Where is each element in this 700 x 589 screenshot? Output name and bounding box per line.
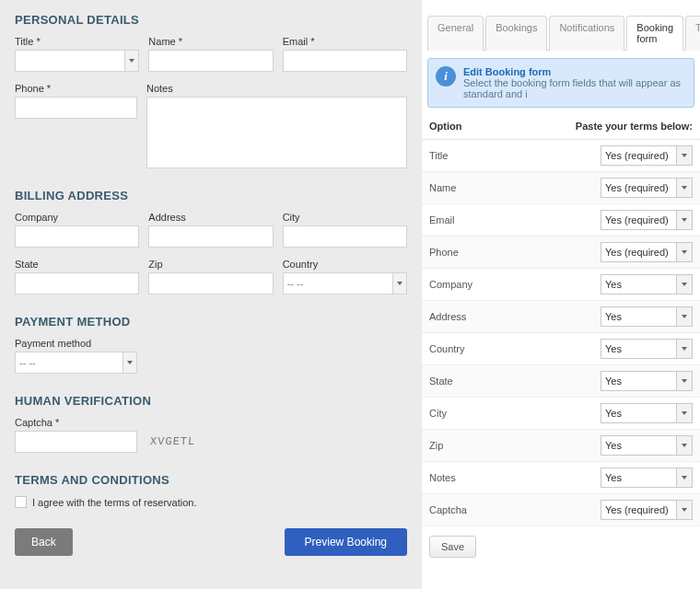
option-row: StateYes: [422, 365, 700, 398]
terms-checkbox[interactable]: [15, 496, 27, 508]
chevron-down-icon: [682, 411, 687, 415]
captcha-input[interactable]: [15, 431, 137, 453]
option-dropdown-button[interactable]: [676, 500, 693, 520]
option-dropdown-button[interactable]: [676, 468, 693, 488]
options-table: TitleYes (required)NameYes (required)Ema…: [422, 140, 700, 526]
option-dropdown-button[interactable]: [676, 242, 693, 262]
chevron-down-icon: [682, 283, 687, 286]
payment-method-dropdown-button[interactable]: [122, 352, 137, 374]
country-dropdown-button[interactable]: [392, 272, 407, 294]
option-dropdown-button[interactable]: [676, 145, 693, 166]
tab-bookings[interactable]: Bookings: [485, 16, 547, 51]
name-label: Name *: [148, 36, 273, 47]
personal-details-section: PERSONAL DETAILS Title * Name * Email *: [15, 13, 407, 168]
country-select[interactable]: -- --: [283, 272, 392, 294]
address-input[interactable]: [148, 225, 273, 248]
zip-label: Zip: [148, 259, 273, 270]
city-input[interactable]: [283, 225, 407, 248]
company-input[interactable]: [15, 225, 139, 248]
phone-label: Phone *: [15, 83, 137, 94]
state-input[interactable]: [15, 272, 139, 294]
option-label: Address: [429, 311, 601, 322]
save-button[interactable]: Save: [429, 536, 476, 558]
billing-address-section: BILLING ADDRESS Company Address City Sta…: [15, 189, 407, 294]
terms-section: TERMS AND CONDITIONS I agree with the te…: [15, 473, 407, 508]
chevron-down-icon: [682, 508, 687, 512]
human-verification-section: HUMAN VERIFICATION Captcha * XVGETL: [15, 394, 407, 453]
option-label: Company: [429, 279, 601, 290]
address-label: Address: [148, 212, 273, 223]
captcha-label: Captcha *: [15, 417, 137, 428]
tab-general[interactable]: General: [427, 16, 484, 51]
option-label: Zip: [429, 440, 601, 451]
option-dropdown-button[interactable]: [676, 178, 693, 198]
option-select[interactable]: Yes: [601, 468, 676, 488]
option-dropdown-button[interactable]: [676, 339, 693, 359]
option-select[interactable]: Yes: [601, 371, 676, 391]
tab-terms[interactable]: Terms: [685, 16, 700, 51]
option-label: Email: [429, 214, 601, 225]
chevron-down-icon: [682, 476, 687, 479]
option-row: ZipYes: [422, 430, 700, 462]
terms-checkbox-label: I agree with the terms of reservation.: [32, 497, 197, 508]
captcha-image: XVGETL: [144, 431, 202, 453]
back-button[interactable]: Back: [15, 528, 73, 556]
options-header-option: Option: [429, 121, 576, 132]
phone-input[interactable]: [15, 97, 137, 119]
option-select[interactable]: Yes: [601, 435, 676, 456]
city-label: City: [283, 212, 407, 223]
preview-booking-button[interactable]: Preview Booking: [285, 528, 407, 556]
option-select[interactable]: Yes (required): [601, 500, 676, 520]
option-row: CaptchaYes (required): [422, 494, 700, 526]
notes-label: Notes: [146, 83, 407, 94]
title-input[interactable]: [15, 50, 124, 72]
option-label: City: [429, 408, 601, 419]
option-row: EmailYes (required): [422, 204, 700, 237]
chevron-down-icon: [682, 186, 687, 190]
name-input[interactable]: [148, 50, 273, 72]
payment-method-label: Payment method: [15, 338, 137, 349]
option-select[interactable]: Yes (required): [601, 178, 676, 198]
options-header: Option Paste your terms below:: [422, 113, 700, 140]
notes-textarea[interactable]: [146, 97, 407, 168]
options-header-value: Paste your terms below:: [576, 121, 693, 132]
option-dropdown-button[interactable]: [676, 403, 693, 423]
chevron-down-icon: [129, 59, 134, 63]
option-row: TitleYes (required): [422, 140, 700, 172]
option-row: CityYes: [422, 398, 700, 430]
tab-booking-form[interactable]: Booking form: [626, 16, 683, 51]
option-select[interactable]: Yes (required): [601, 145, 676, 166]
chevron-down-icon: [682, 218, 687, 222]
payment-method-select[interactable]: -- --: [15, 352, 122, 374]
option-select[interactable]: Yes (required): [601, 210, 676, 230]
option-dropdown-button[interactable]: [676, 274, 693, 294]
option-label: State: [429, 375, 601, 387]
payment-method-title: PAYMENT METHOD: [15, 315, 407, 329]
option-label: Title: [429, 150, 601, 161]
tab-notifications[interactable]: Notifications: [549, 16, 624, 51]
checkout-form-panel: PERSONAL DETAILS Title * Name * Email *: [0, 0, 422, 589]
chevron-down-icon: [682, 379, 687, 383]
option-select[interactable]: Yes: [601, 274, 676, 294]
email-input[interactable]: [283, 50, 407, 72]
option-select[interactable]: Yes: [601, 339, 676, 359]
country-label: Country: [283, 259, 407, 270]
option-dropdown-button[interactable]: [676, 210, 693, 230]
zip-input[interactable]: [148, 272, 273, 294]
billing-address-title: BILLING ADDRESS: [15, 189, 407, 202]
option-dropdown-button[interactable]: [676, 371, 693, 391]
option-label: Phone: [429, 247, 601, 258]
state-label: State: [15, 259, 139, 270]
option-label: Captcha: [429, 504, 601, 515]
option-dropdown-button[interactable]: [676, 435, 693, 456]
option-select[interactable]: Yes (required): [601, 242, 676, 262]
payment-method-section: PAYMENT METHOD Payment method -- --: [15, 315, 407, 374]
option-dropdown-button[interactable]: [676, 306, 693, 327]
option-select[interactable]: Yes: [601, 403, 676, 423]
title-dropdown-button[interactable]: [124, 50, 139, 72]
option-row: CountryYes: [422, 333, 700, 365]
terms-title: TERMS AND CONDITIONS: [15, 473, 407, 487]
option-select[interactable]: Yes: [601, 306, 676, 327]
option-label: Country: [429, 343, 601, 354]
chevron-down-icon: [682, 154, 687, 157]
